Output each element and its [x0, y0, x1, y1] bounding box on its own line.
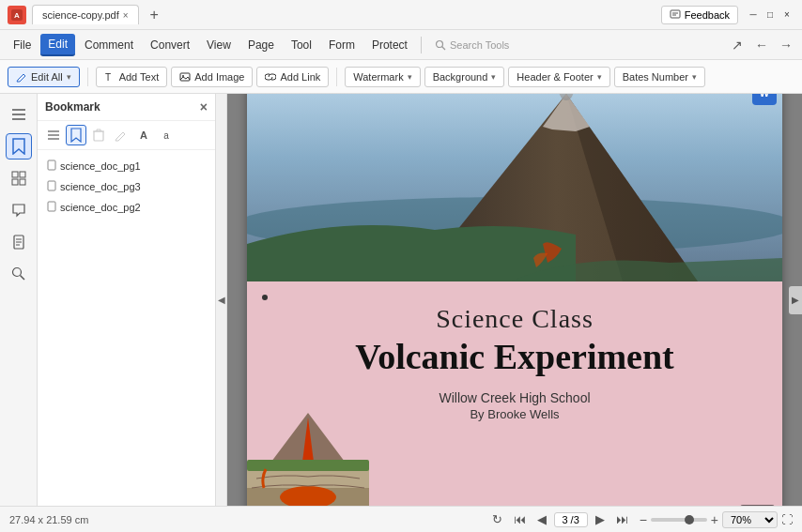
add-image-button[interactable]: Add Image — [171, 67, 253, 87]
pdf-subtitle1: Willow Creek High School — [439, 390, 590, 405]
bookmark-file-icon-3 — [47, 201, 56, 214]
add-text-button[interactable]: T Add Text — [96, 67, 168, 87]
page-input[interactable] — [554, 512, 588, 527]
nav-prev-button[interactable]: ◀ — [533, 510, 550, 528]
new-tab-button[interactable]: + — [145, 7, 164, 23]
svg-rect-13 — [12, 172, 18, 177]
menu-file[interactable]: File — [6, 35, 39, 55]
nav-first-button[interactable]: ⏮ — [510, 510, 530, 528]
search-sidebar-icon — [11, 266, 26, 281]
menu-form[interactable]: Form — [321, 35, 362, 55]
bookmark-add-button[interactable] — [66, 125, 86, 145]
title-bar-right: Feedback ─ □ × — [661, 6, 794, 24]
background-button[interactable]: Background ▾ — [424, 67, 505, 87]
pdf-area[interactable]: W Science Class Volcanic Experiment Will… — [227, 94, 802, 506]
add-link-button[interactable]: Add Link — [256, 67, 329, 87]
sidebar-icon-search[interactable] — [6, 261, 32, 287]
sidebar-icon-bookmark[interactable] — [6, 133, 32, 160]
sidebar-icon-thumbnails[interactable] — [6, 165, 32, 191]
bates-number-button[interactable]: Bates Number ▾ — [614, 67, 705, 87]
svg-rect-31 — [48, 160, 55, 170]
feedback-icon — [670, 9, 681, 21]
svg-point-5 — [436, 40, 442, 47]
zoom-in-button[interactable]: + — [711, 512, 718, 527]
bookmark-item-pg1[interactable]: science_doc_pg1 — [41, 156, 211, 176]
forward-button[interactable]: → — [776, 35, 796, 55]
fit-page-button[interactable]: ⛶ — [781, 513, 793, 526]
bookmark-header: Bookmark × — [38, 94, 215, 121]
svg-rect-14 — [20, 172, 25, 177]
bookmark-icon — [11, 138, 26, 155]
panel-collapse-button[interactable]: ◀ — [216, 94, 227, 506]
pdf-subtitle2: By Brooke Wells — [470, 407, 559, 421]
minimize-button[interactable]: ─ — [746, 8, 761, 23]
bates-number-arrow: ▾ — [692, 72, 697, 82]
search-tools[interactable]: Search Tools — [427, 37, 517, 53]
svg-rect-32 — [48, 181, 55, 190]
zoom-select[interactable]: 70% 50% 75% 100% 125% 150% — [722, 511, 778, 528]
right-scroll-arrow[interactable]: ▶ — [789, 286, 802, 314]
menu-comment[interactable]: Comment — [77, 35, 141, 55]
zoom-handle[interactable] — [685, 515, 694, 524]
pdf-tab[interactable]: science-copy.pdf × — [32, 5, 139, 24]
svg-rect-15 — [12, 179, 18, 185]
sidebar-icon-menu[interactable] — [6, 101, 32, 128]
watermark-button[interactable]: Watermark ▾ — [345, 67, 420, 87]
maximize-button[interactable]: □ — [763, 8, 778, 23]
bookmark-delete-button[interactable] — [88, 125, 109, 145]
feedback-label: Feedback — [685, 9, 730, 21]
sidebar-icon-pages[interactable] — [6, 229, 32, 255]
bookmark-label-pg2: science_doc_pg2 — [60, 202, 141, 213]
nav-last-button[interactable]: ⏭ — [612, 510, 632, 528]
bookmark-lowercase-button[interactable]: a — [156, 125, 177, 145]
watermark-arrow: ▾ — [408, 72, 412, 82]
bookmark-uppercase-button[interactable]: A — [133, 125, 154, 145]
edit-icon — [16, 71, 27, 83]
menu-icon — [11, 108, 26, 121]
menu-convert[interactable]: Convert — [143, 35, 197, 55]
bates-number-label: Bates Number — [623, 71, 688, 83]
sidebar-icon-comment[interactable] — [6, 197, 32, 223]
window-controls: ─ □ × — [746, 8, 794, 23]
status-bar: 27.94 x 21.59 cm ↻ ⏮ ◀ ▶ ⏭ − + 70% 50% 7… — [0, 506, 802, 532]
close-button[interactable]: × — [779, 8, 794, 23]
menu-protect[interactable]: Protect — [364, 35, 415, 55]
bottom-illustration — [247, 394, 369, 507]
nav-rotate-button[interactable]: ↻ — [488, 510, 506, 528]
bookmark-menu-button[interactable] — [43, 125, 64, 145]
bookmark-rename-button[interactable] — [111, 125, 131, 145]
add-image-label: Add Image — [194, 71, 244, 83]
toolbar: Edit All ▾ T Add Text Add Image Add Link… — [0, 60, 802, 94]
bookmark-close-button[interactable]: × — [200, 99, 208, 114]
tab-close-icon[interactable]: × — [123, 10, 129, 21]
nav-next-button[interactable]: ▶ — [592, 510, 609, 528]
search-tools-label: Search Tools — [450, 39, 509, 51]
edit-all-label: Edit All — [31, 71, 63, 83]
svg-text:T: T — [105, 72, 111, 83]
header-footer-button[interactable]: Header & Footer ▾ — [508, 67, 609, 87]
menu-tool[interactable]: Tool — [284, 35, 319, 55]
menu-view[interactable]: View — [199, 35, 239, 55]
svg-rect-2 — [671, 10, 680, 18]
back-button[interactable]: ← — [751, 35, 772, 55]
menu-edit[interactable]: Edit — [40, 34, 75, 56]
feedback-button[interactable]: Feedback — [661, 6, 738, 24]
background-label: Background — [433, 71, 488, 83]
external-link-button[interactable]: ↗ — [727, 35, 748, 55]
zoom-slider[interactable] — [651, 518, 707, 522]
pdf-title1: Science Class — [436, 304, 594, 334]
title-bar: A science-copy.pdf × + Feedback ─ □ × — [0, 0, 802, 30]
main-area: Bookmark × — [0, 94, 802, 506]
edit-all-button[interactable]: Edit All ▾ — [8, 67, 80, 87]
title-bar-left: A science-copy.pdf × + — [8, 5, 661, 24]
menu-page[interactable]: Page — [240, 35, 282, 55]
zoom-out-button[interactable]: − — [640, 512, 647, 527]
bookmark-panel: Bookmark × — [38, 94, 216, 506]
bookmark-file-icon — [47, 160, 56, 173]
bookmark-item-pg3[interactable]: science_doc_pg3 — [41, 176, 211, 197]
bookmark-file-icon-2 — [47, 180, 56, 193]
status-navigation: ↻ ⏮ ◀ ▶ ⏭ — [488, 510, 632, 528]
add-text-label: Add Text — [119, 71, 160, 83]
toolbar-divider-1 — [87, 68, 88, 86]
bookmark-item-pg2[interactable]: science_doc_pg2 — [41, 197, 211, 218]
